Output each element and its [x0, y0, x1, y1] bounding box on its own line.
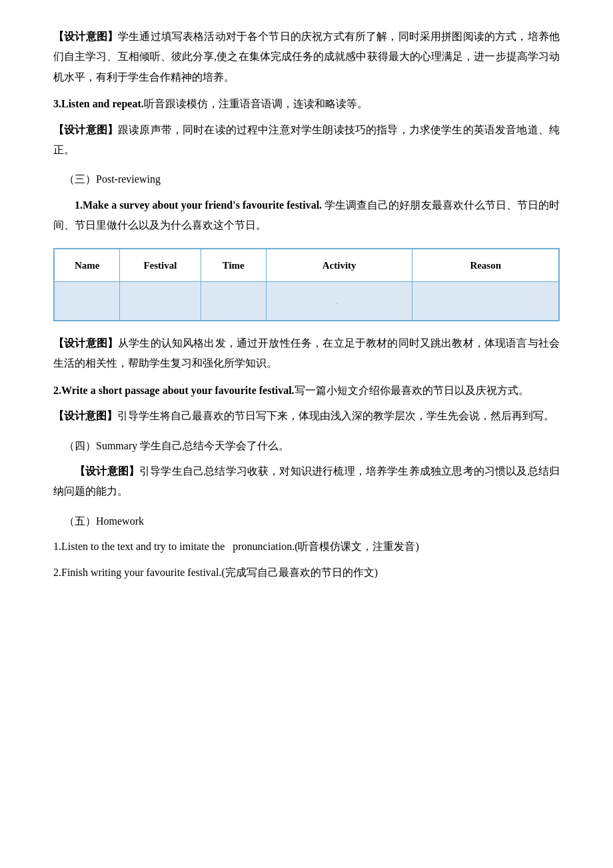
- hw2-label: 2.Finish writing your favourite festival…: [53, 567, 221, 578]
- write-label: 2.Write a short passage about your favou…: [53, 385, 295, 396]
- para1-text: 学生通过填写表格活动对于各个节日的庆祝方式有所了解，同时采用拼图阅读的方式，培养…: [53, 31, 560, 83]
- para4-bold: 【设计意图】: [53, 410, 117, 421]
- col-header-name: Name: [55, 249, 120, 282]
- col-header-reason: Reason: [412, 249, 559, 282]
- para5: 【设计意图】引导学生自己总结学习收获，对知识进行梳理，培养学生养成独立思考的习惯…: [53, 461, 560, 502]
- cell-reason: [412, 282, 559, 321]
- para4: 【设计意图】引导学生将自己最喜欢的节日写下来，体现由浅入深的教学层次，学生先会说…: [53, 406, 560, 426]
- page-content: 【设计意图】学生通过填写表格活动对于各个节日的庆祝方式有所了解，同时采用拼图阅读…: [0, 0, 613, 628]
- write-text: 写一篇小短文介绍你最喜欢的节日以及庆祝方式。: [295, 385, 529, 396]
- para3: 【设计意图】从学生的认知风格出发，通过开放性任务，在立足于教材的同时又跳出教材，…: [53, 333, 560, 374]
- section4-heading: （四）Summary 学生自己总结今天学会了什么。: [53, 436, 560, 456]
- write-item: 2.Write a short passage about your favou…: [53, 381, 560, 401]
- cell-activity: 。: [266, 282, 412, 321]
- survey-label: 1.Make a survey about your friend's favo…: [75, 199, 322, 211]
- col-header-activity: Activity: [266, 249, 412, 282]
- cell-name: [55, 282, 120, 321]
- survey-table: Name Festival Time Activity Reason 。: [53, 248, 560, 322]
- survey-item: 1.Make a survey about your friend's favo…: [53, 195, 560, 236]
- para3-text: 从学生的认知风格出发，通过开放性任务，在立足于教材的同时又跳出教材，体现语言与社…: [53, 337, 560, 369]
- hw2-text: (完成写自己最喜欢的节日的作文): [221, 567, 378, 578]
- section4-label: （四）Summary 学生自己总结今天学会了什么。: [64, 440, 289, 451]
- table-header-row: Name Festival Time Activity Reason: [55, 249, 559, 282]
- hw2-item: 2.Finish writing your favourite festival…: [53, 563, 560, 583]
- section3-heading: （三）Post-reviewing: [53, 169, 560, 189]
- col-header-time: Time: [201, 249, 266, 282]
- para3-bold: 【设计意图】: [53, 337, 118, 349]
- para2-text: 跟读原声带，同时在读的过程中注意对学生朗读技巧的指导，力求使学生的英语发音地道、…: [53, 124, 560, 155]
- hw1-item: 1.Listen to the text and try to imitate …: [53, 537, 560, 557]
- para5-bold: 【设计意图】: [75, 465, 139, 477]
- hw1-text: (听音模仿课文，注重发音): [295, 541, 419, 552]
- table-row: 。: [55, 282, 559, 321]
- table: Name Festival Time Activity Reason 。: [54, 249, 559, 321]
- para1: 【设计意图】学生通过填写表格活动对于各个节日的庆祝方式有所了解，同时采用拼图阅读…: [53, 27, 560, 87]
- listen-repeat-label: 3.Listen and repeat.: [53, 98, 144, 109]
- cell-festival: [120, 282, 201, 321]
- para4-text: 引导学生将自己最喜欢的节日写下来，体现由浅入深的教学层次，学生先会说，然后再到写…: [117, 410, 554, 421]
- listen-repeat-text: 听音跟读模仿，注重语音语调，连读和略读等。: [144, 98, 368, 109]
- section5-heading: （五）Homework: [53, 511, 560, 531]
- listen-repeat-item: 3.Listen and repeat.听音跟读模仿，注重语音语调，连读和略读等…: [53, 94, 560, 114]
- para2: 【设计意图】跟读原声带，同时在读的过程中注意对学生朗读技巧的指导，力求使学生的英…: [53, 120, 560, 161]
- section5-label: （五）Homework: [64, 515, 144, 527]
- para1-bold: 【设计意图】: [53, 31, 118, 42]
- hw1-label: 1.Listen to the text and try to imitate …: [53, 541, 295, 552]
- cell-time: [201, 282, 266, 321]
- section3-label: （三）Post-reviewing: [64, 173, 161, 185]
- col-header-festival: Festival: [120, 249, 201, 282]
- para2-bold: 【设计意图】: [53, 124, 118, 135]
